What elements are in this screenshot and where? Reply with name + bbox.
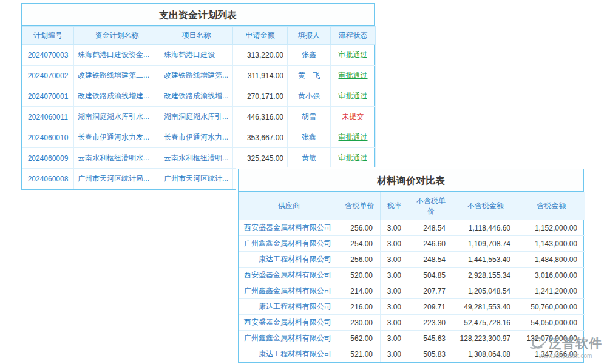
fund-plan-name-cell[interactable]: 改建铁路线增建第二... <box>74 66 160 86</box>
supplier-cell[interactable]: 西安盛器金属材料有限公司 <box>239 315 339 331</box>
quote-header-row: 供应商含税单价税率不含税单价不含税金额含税金额 <box>239 192 585 220</box>
supplier-cell[interactable]: 广州鑫鑫金属材料有限公司 <box>239 331 339 346</box>
plan-table-grid: 计划编号资金计划名称项目名称申请金额填报人流程状态 2024070003珠海鹤港… <box>22 26 376 189</box>
plan-id-cell[interactable]: 2024060010 <box>22 127 74 148</box>
plan-id-cell[interactable]: 2024070003 <box>22 45 74 66</box>
tax-rate-cell: 3.00 <box>381 315 409 331</box>
tax-rate-cell: 3.00 <box>381 331 409 346</box>
quote-table-title: 材料询价对比表 <box>239 169 583 192</box>
plan-id-column-header: 计划编号 <box>22 27 74 45</box>
amount-without-tax-cell: 1,118,446.60 <box>453 220 518 236</box>
apply-amount-cell: 353,667.00 <box>233 127 288 148</box>
fund-plan-name-cell[interactable]: 广州市天河区统计局... <box>74 169 160 189</box>
reporter-cell[interactable]: 黄小强 <box>288 86 331 107</box>
fund-plan-name-cell[interactable]: 长春市伊通河水力发... <box>74 127 160 148</box>
fund-plan-name-cell[interactable]: 改建铁路成渝线增建... <box>74 86 160 107</box>
supplier-cell[interactable]: 康达工程材料有限公司 <box>239 346 339 362</box>
supplier-cell[interactable]: 康达工程材料有限公司 <box>239 299 339 315</box>
reporter-cell[interactable]: 张鑫 <box>288 127 331 148</box>
amount-without-tax-cell: 1,109,708.74 <box>453 236 518 252</box>
price-with-tax-cell: 520.00 <box>339 268 381 283</box>
table-row: 康达工程材料有限公司256.003.00248.541,441,553.401,… <box>239 252 585 268</box>
process-status-cell[interactable]: 审批通过 <box>331 66 376 86</box>
tax-rate-cell: 3.00 <box>381 268 409 283</box>
project-name-cell[interactable]: 珠海鹤港口建设 <box>160 45 233 66</box>
watermark-url: www.fanpusoft.com <box>529 352 602 359</box>
price-without-tax-cell: 248.54 <box>409 220 453 236</box>
amount-with-tax-cell: 1,143,000.00 <box>518 236 585 252</box>
reporter-cell[interactable]: 胡雪 <box>288 107 331 127</box>
process-status-cell[interactable]: 未提交 <box>331 107 376 127</box>
supplier-cell[interactable]: 西安盛器金属材料有限公司 <box>239 268 339 283</box>
reporter-column-header: 填报人 <box>288 27 331 45</box>
fund-plan-name-cell[interactable]: 湖南洞庭湖水库引水... <box>74 107 160 127</box>
project-name-cell[interactable]: 广州市天河区统计... <box>160 169 233 189</box>
supplier-column-header: 供应商 <box>239 192 339 220</box>
tax-rate-cell: 3.00 <box>381 299 409 315</box>
price-with-tax-cell: 256.00 <box>339 252 381 268</box>
amount-without-tax-cell: 1,205,048.54 <box>453 283 518 299</box>
apply-amount-cell: 311,914.00 <box>233 66 288 86</box>
process-status-cell[interactable]: 审批通过 <box>331 148 376 169</box>
material-inquiry-comparison-table: 材料询价对比表 供应商含税单价税率不含税单价不含税金额含税金额 西安盛器金属材料… <box>238 169 584 363</box>
process-status-column-header: 流程状态 <box>331 27 376 45</box>
amount-with-tax-cell: 54,050,000.00 <box>518 315 585 331</box>
process-status-cell[interactable]: 审批通过 <box>331 86 376 107</box>
amount-without-tax-cell: 1,308,064.08 <box>453 346 518 362</box>
amount-with-tax-cell: 1,241,200.00 <box>518 283 585 299</box>
amount-without-tax-cell: 49,281,553.40 <box>453 299 518 315</box>
project-name-cell[interactable]: 长春市伊通河水力... <box>160 127 233 148</box>
table-row: 2024070003珠海鹤港口建设资金...珠海鹤港口建设313,220.00张… <box>22 45 376 66</box>
tax-rate-cell: 3.00 <box>381 236 409 252</box>
tax-rate-column-header: 税率 <box>381 192 409 220</box>
tax-rate-cell: 3.00 <box>381 283 409 299</box>
fund-plan-name-cell[interactable]: 珠海鹤港口建设资金... <box>74 45 160 66</box>
supplier-cell[interactable]: 西安盛器金属材料有限公司 <box>239 220 339 236</box>
supplier-cell[interactable]: 广州鑫鑫金属材料有限公司 <box>239 236 339 252</box>
amount-with-tax-cell: 1,484,800.00 <box>518 252 585 268</box>
plan-id-cell[interactable]: 2024060011 <box>22 107 74 127</box>
table-row: 2024070002改建铁路线增建第二...改建铁路线增建第...311,914… <box>22 66 376 86</box>
amount-without-tax-cell: 2,928,155.34 <box>453 268 518 283</box>
amount-with-tax-column-header: 含税金额 <box>518 192 585 220</box>
price-with-tax-cell: 214.00 <box>339 283 381 299</box>
reporter-cell[interactable]: 黄敏 <box>288 148 331 169</box>
table-row: 西安盛器金属材料有限公司256.003.00248.541,118,446.60… <box>239 220 585 236</box>
price-with-tax-cell: 256.00 <box>339 220 381 236</box>
price-with-tax-cell: 230.00 <box>339 315 381 331</box>
price-without-tax-cell: 248.54 <box>409 252 453 268</box>
tax-rate-cell: 3.00 <box>381 346 409 362</box>
project-name-cell[interactable]: 改建铁路成渝线增... <box>160 86 233 107</box>
amount-with-tax-cell: 50,760,000.00 <box>518 299 585 315</box>
amount-without-tax-cell: 1,441,553.40 <box>453 252 518 268</box>
tax-rate-cell: 3.00 <box>381 220 409 236</box>
price-without-tax-cell: 209.71 <box>409 299 453 315</box>
project-name-cell[interactable]: 湖南洞庭湖水库引... <box>160 107 233 127</box>
reporter-cell[interactable]: 黄一飞 <box>288 66 331 86</box>
watermark: 泛普软件 www.fanpusoft.com <box>529 335 602 359</box>
supplier-cell[interactable]: 康达工程材料有限公司 <box>239 252 339 268</box>
tax-rate-cell: 3.00 <box>381 252 409 268</box>
table-row: 广州鑫鑫金属材料有限公司254.003.00246.601,109,708.74… <box>239 236 585 252</box>
plan-id-cell[interactable]: 2024060008 <box>22 169 74 189</box>
project-name-cell[interactable]: 改建铁路线增建第... <box>160 66 233 86</box>
apply-amount-cell: 325,245.00 <box>233 148 288 169</box>
price-with-tax-cell: 216.00 <box>339 299 381 315</box>
table-row: 2024060009云南水利枢纽潜明水...云南水利枢纽潜明...325,245… <box>22 148 376 169</box>
price-without-tax-cell: 505.83 <box>409 346 453 362</box>
process-status-cell[interactable]: 审批通过 <box>331 127 376 148</box>
reporter-cell[interactable]: 张鑫 <box>288 45 331 66</box>
table-row: 2024070001改建铁路成渝线增建...改建铁路成渝线增...270,171… <box>22 86 376 107</box>
plan-id-cell[interactable]: 2024070002 <box>22 66 74 86</box>
plan-id-cell[interactable]: 2024060009 <box>22 148 74 169</box>
amount-without-tax-cell: 52,475,728.16 <box>453 315 518 331</box>
plan-id-cell[interactable]: 2024070001 <box>22 86 74 107</box>
supplier-cell[interactable]: 广州鑫鑫金属材料有限公司 <box>239 283 339 299</box>
project-name-cell[interactable]: 云南水利枢纽潜明... <box>160 148 233 169</box>
price-without-tax-cell: 207.77 <box>409 283 453 299</box>
process-status-cell[interactable]: 审批通过 <box>331 45 376 66</box>
watermark-brand: 泛普软件 <box>549 335 602 352</box>
fund-plan-name-cell[interactable]: 云南水利枢纽潜明水... <box>74 148 160 169</box>
price-without-tax-cell: 545.63 <box>409 331 453 346</box>
project-name-column-header: 项目名称 <box>160 27 233 45</box>
